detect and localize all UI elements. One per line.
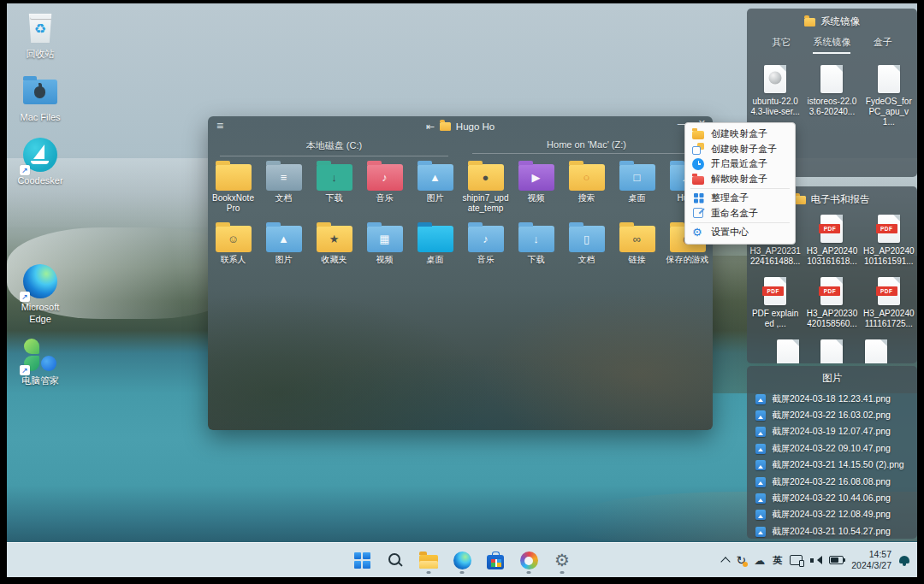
file-item[interactable]: H3_AP20240101161591...: [861, 215, 917, 267]
folder-icon: ★: [317, 226, 352, 252]
file-item[interactable]: PDF explained ,...: [747, 277, 803, 329]
file-name: PDF explained ,...: [749, 309, 801, 329]
file-item[interactable]: ubuntu-22.04.3-live-ser...: [747, 65, 803, 127]
taskbar-apps: ⚙: [351, 543, 573, 577]
notification-bell-icon[interactable]: [899, 555, 909, 566]
file-item[interactable]: ★ 收藏夹: [309, 223, 359, 280]
sync-status-icon[interactable]: ↻: [737, 554, 747, 566]
file-item[interactable]: H3_AP20230420158560...: [803, 277, 860, 329]
file-item[interactable]: ▦ 视频: [359, 223, 410, 280]
shortcut-arrow-icon: [20, 165, 30, 175]
file-item[interactable]: ▶ 视频: [511, 162, 561, 218]
file-item[interactable]: ↓ 下载: [511, 223, 561, 280]
pdf-file-icon: [820, 277, 843, 305]
desktop-icon-edge[interactable]: Microsoft Edge: [15, 263, 65, 326]
file-name: 截屏2024-03-22 16.03.02.png: [772, 410, 891, 422]
start-button[interactable]: [351, 546, 373, 575]
folder-icon: ○: [569, 164, 605, 191]
folder-icon: [418, 226, 453, 252]
folder-mini-icon: [440, 122, 451, 131]
speaker-icon[interactable]: [810, 556, 821, 565]
file-item[interactable]: FydeOS_for PC_apu_v1...: [861, 65, 917, 127]
file-item[interactable]: ☺ 联系人: [208, 223, 258, 280]
folder-icon: ▲: [266, 226, 302, 252]
file-item[interactable]: ≡ 文档: [258, 162, 309, 218]
taskbar-edge[interactable]: [451, 546, 473, 575]
image-file-icon: [755, 527, 766, 537]
desktop-icon-pc-manager[interactable]: 电脑管家: [15, 337, 65, 387]
widget-title: 图片: [822, 372, 842, 385]
menu-item[interactable]: 设置中心: [685, 225, 795, 240]
picture-list-item[interactable]: 截屏2024-03-21 10.54.27.png: [755, 523, 909, 539]
taskbar-settings[interactable]: ⚙: [551, 546, 573, 575]
menu-item[interactable]: 开启最近盒子: [685, 156, 795, 172]
picture-list-item[interactable]: 截屏2024-03-22 09.10.47.png: [755, 440, 909, 457]
nav-back-icon[interactable]: ⇤: [426, 121, 435, 133]
ime-indicator[interactable]: 英: [773, 554, 782, 567]
picture-list-item[interactable]: 截屏2024-03-22 16.03.02.png: [755, 407, 909, 423]
file-item[interactable]: ↓ 下载: [309, 162, 359, 218]
file-icon: [764, 65, 786, 93]
widget-tab[interactable]: 其它: [772, 36, 791, 54]
file-item[interactable]: ● shipin7_update_temp: [460, 162, 511, 218]
cast-display-icon[interactable]: [790, 555, 803, 565]
file-item[interactable]: ▲ 图片: [258, 223, 309, 280]
file-item[interactable]: 桌面: [410, 223, 460, 280]
menu-item-icon: [692, 131, 704, 139]
image-file-icon: [755, 460, 766, 470]
picture-list-item[interactable]: 截屏2024-03-22 16.08.08.png: [755, 474, 909, 490]
menu-item[interactable]: 重命名盒子: [685, 206, 795, 221]
desktop-icon-mac-files[interactable]: Mac Files: [15, 74, 65, 124]
clock[interactable]: 14:57 2024/3/27: [851, 549, 891, 571]
store-icon: [487, 555, 504, 569]
taskbar-store[interactable]: [484, 546, 506, 575]
menu-item[interactable]: 创建映射盒子: [685, 127, 795, 142]
taskbar-paint[interactable]: [518, 546, 540, 575]
tray-overflow-chevron-icon[interactable]: [720, 557, 730, 566]
file-item[interactable]: H3_AP20240111161725...: [861, 277, 917, 329]
menu-item[interactable]: 创建映射子盒子: [685, 142, 795, 157]
window-titlebar[interactable]: ≡ ⇤ Hugo Ho — ✕: [208, 116, 713, 137]
menu-item[interactable]: 整理盒子: [685, 191, 795, 206]
picture-list-item[interactable]: 截屏2024-03-18 12.23.41.png: [755, 391, 909, 407]
file-item[interactable]: ♪ 音乐: [359, 162, 410, 218]
file-name: H3_AP20231224161488...: [749, 246, 801, 267]
picture-list-item[interactable]: 截屏2024-03-22 10.44.06.png: [755, 490, 909, 506]
widget-title: 系统镜像: [820, 15, 860, 28]
file-item[interactable]: ∞ 链接: [612, 223, 662, 280]
pdf-badge: [819, 224, 840, 233]
file-name: H3_AP20240101161591...: [863, 246, 915, 267]
picture-list-item[interactable]: 截屏2024-03-19 12.07.47.png: [755, 424, 909, 440]
picture-list-item[interactable]: 截屏2024-03-21 14.15.50 (2).png: [755, 457, 909, 474]
image-file-icon: [755, 493, 766, 504]
widget-header[interactable]: 系统镜像: [747, 9, 917, 28]
file-item[interactable]: ▲ 图片: [410, 162, 460, 218]
file-item[interactable]: H3_AP20240103161618...: [803, 215, 860, 267]
widget-header[interactable]: 图片: [747, 366, 917, 385]
hamburger-menu-icon[interactable]: ≡: [216, 119, 223, 133]
file-item[interactable]: BookxNote Pro: [208, 162, 258, 218]
desktop-icon-label: 电脑管家: [21, 375, 59, 387]
desktop[interactable]: ♻ 回收站 Mac Files Coodesker Microsoft Edge: [7, 3, 917, 577]
file-item[interactable]: ▯ 文档: [561, 223, 612, 280]
taskbar-file-explorer[interactable]: [418, 546, 440, 575]
desktop-icon-coodesker[interactable]: Coodesker: [15, 137, 65, 187]
menu-item[interactable]: 解散映射盒子: [685, 172, 795, 187]
picture-list-item[interactable]: 截屏2024-03-22 12.08.49.png: [755, 507, 909, 523]
menu-item-icon: [692, 143, 704, 155]
file-item-label: 文档: [275, 193, 293, 204]
running-indicator: [460, 571, 465, 574]
widget-tab[interactable]: 盒子: [874, 36, 892, 54]
taskbar-search-button[interactable]: [384, 546, 406, 575]
widget-tab[interactable]: 系统镜像: [813, 36, 850, 54]
widget-title: 电子书和报告: [811, 193, 870, 206]
file-item[interactable]: istoreos-22.03.6-20240...: [803, 65, 860, 127]
file-item[interactable]: ○ 搜索: [561, 162, 612, 218]
onedrive-cloud-icon[interactable]: ☁: [754, 555, 765, 566]
pdf-badge: [762, 286, 784, 296]
desktop-icon-recycle-bin[interactable]: ♻ 回收站: [15, 10, 65, 61]
file-item[interactable]: ♪ 音乐: [460, 223, 511, 280]
folder-icon: [216, 164, 252, 191]
battery-icon[interactable]: [829, 556, 844, 564]
file-item[interactable]: □ 桌面: [612, 162, 662, 218]
